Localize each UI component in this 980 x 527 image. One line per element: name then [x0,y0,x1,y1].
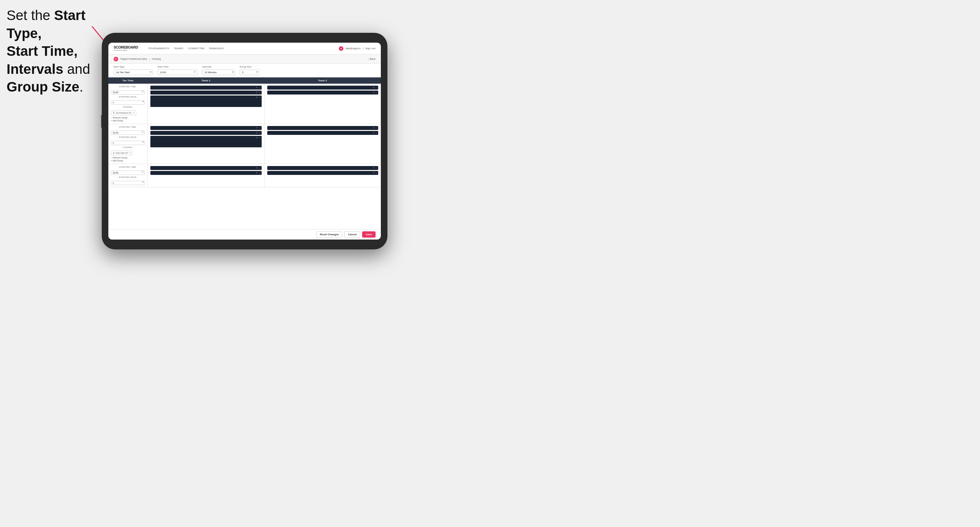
course-tag-wrap-1: 🏌 (A) Peachtree GC ✕ [111,109,145,115]
expand-player-4-2[interactable]: ○ [375,132,377,134]
close-player-1-1[interactable]: ✕ [256,86,258,89]
team1-panel-2: ✕ ○ ✕ ○ ✕ ○ [148,124,265,164]
instruction-set: Set the [6,8,54,23]
close-search-2[interactable]: ✕ [256,137,258,139]
starting-hole-select-1[interactable]: 1 [111,100,145,105]
close-search-1[interactable]: ✕ [256,96,258,99]
course-icon-2: 🏌 [113,152,115,154]
expand-player-6-2[interactable]: ○ [375,172,377,174]
course-remove-x-1[interactable]: ✕ [133,111,135,114]
start-time-input[interactable] [158,70,198,75]
close-player-4-2[interactable]: ✕ [372,132,375,134]
expand-player-2-2[interactable]: ○ [375,92,377,94]
back-button[interactable]: ‹ Back [368,57,375,60]
expand-search-1[interactable]: ○ [259,96,260,99]
group-size-label: Group Size [240,66,259,68]
start-type-select-wrapper: 1st Tee Start [114,68,153,75]
close-player-2-1[interactable]: ✕ [372,86,375,89]
starting-time-input-1[interactable] [111,90,145,95]
intervals-group: Intervals 10 Minutes [202,66,235,75]
expand-player-1-2[interactable]: ○ [259,92,260,94]
player-row-3-1: ✕ ○ [150,126,262,130]
save-button[interactable]: Save [362,231,375,238]
nav-bar: SCOREBOARD Powered by clippd TOURNAMENTS… [108,43,381,54]
add-group-link-1[interactable]: + Add Group [111,119,145,122]
expand-player-6-1[interactable]: ○ [375,167,377,169]
close-player-2-2[interactable]: ✕ [372,91,375,94]
back-chevron: ‹ [368,57,369,60]
close-player-4-1[interactable]: ✕ [372,127,375,129]
expand-player-2-1[interactable]: ○ [375,87,377,89]
team2-panel-1: ✕ ○ ✕ ○ [265,84,381,124]
close-player-6-2[interactable]: ✕ [372,171,375,174]
intervals-select[interactable]: 10 Minutes [202,70,235,75]
course-name-1: (A) Peachtree GC [116,112,132,114]
starting-hole-select-2[interactable]: 1 [111,141,145,145]
intervals-select-wrapper: 10 Minutes [202,68,235,75]
remove-group-link-2[interactable]: ○ Remove Group [111,157,145,159]
tee-table: Tee Time Team 1 Team 2 [108,78,381,84]
close-player-3-1[interactable]: ✕ [256,127,258,129]
start-type-select[interactable]: 1st Tee Start [114,70,153,75]
breadcrumb-section: Hosting [152,57,161,60]
left-panel-1: STARTING TIME: ⏱ STARTING HOLE: 1 COURSE… [108,84,148,124]
instruction-and: and [64,61,90,77]
action-links-1: ○ Remove Group + Add Group [111,116,145,122]
expand-search-2[interactable]: ○ [259,137,260,139]
group-size-select[interactable]: 3 [240,70,259,75]
close-player-1-2[interactable]: ✕ [256,91,258,94]
reset-changes-button[interactable]: Reset Changes [316,231,342,238]
tablet-frame: SCOREBOARD Powered by clippd TOURNAMENTS… [102,33,387,249]
nav-committee[interactable]: COMMITTEE [188,46,205,51]
back-label: Back [370,57,375,60]
instruction-bold4: Group Size [6,79,80,95]
expand-player-4-1[interactable]: ○ [375,127,377,129]
close-player-5-2[interactable]: ✕ [256,171,258,174]
breadcrumb-org[interactable]: Clippd Invitational (Me) [120,57,147,60]
team1-panel-1: ✕ ○ ✕ ○ ✕ ○ [148,84,265,124]
instruction-bold3: Intervals [6,61,64,77]
course-remove-x-2[interactable]: ✕ [129,152,131,154]
start-type-label: Start Type [114,66,153,68]
player-row-6-1: ✕ ○ [267,166,379,170]
col-tee-time: Tee Time [108,78,148,84]
starting-time-label-2: STARTING TIME: [111,126,145,128]
breadcrumb: C Clippd Invitational (Me) › Hosting [114,57,161,61]
remove-group-link-1[interactable]: ○ Remove Group [111,116,145,119]
table-header-row: Tee Time Team 1 Team 2 [108,78,381,84]
starting-time-input-2[interactable] [111,130,145,135]
nav-teams[interactable]: TEAMS [174,46,183,51]
course-tag-wrap-2: 🏌 East Lake GC ✕ [111,149,145,156]
col-team2: Team 2 [264,78,381,84]
expand-player-1-1[interactable]: ○ [259,87,260,89]
group-size-group: Group Size 3 [240,66,259,75]
starting-time-input-3[interactable] [111,171,145,175]
player-row-4-2: ✕ ○ [267,131,379,135]
starting-hole-label-3: STARTING HOLE: [111,176,145,178]
starting-hole-select-3[interactable]: 1 [111,181,145,185]
add-group-link-2[interactable]: + Add Group [111,159,145,162]
close-player-3-2[interactable]: ✕ [256,132,258,134]
user-avatar: B [339,46,344,51]
nav-links: TOURNAMENTS TEAMS COMMITTEE RANKINGS [148,46,224,51]
course-label-1: COURSE: [111,106,145,108]
cancel-button[interactable]: Cancel [344,231,360,238]
starting-hole-label-1: STARTING HOLE: [111,96,145,98]
nav-rankings[interactable]: RANKINGS [209,46,224,51]
expand-player-5-2[interactable]: ○ [259,172,260,174]
action-links-2: ○ Remove Group + Add Group [111,157,145,162]
course-icon-1: 🏌 [113,111,115,114]
start-time-input-wrap: ⏱ [158,68,198,75]
clock-icon: ⏱ [193,71,196,73]
app-logo: SCOREBOARD Powered by clippd [114,45,138,51]
expand-player-3-2[interactable]: ○ [259,132,260,134]
player-row-4-1: ✕ ○ [267,126,379,130]
nav-tournaments[interactable]: TOURNAMENTS [148,46,169,51]
close-player-6-1[interactable]: ✕ [372,167,375,169]
close-player-5-1[interactable]: ✕ [256,167,258,169]
instruction-text: Set the Start Type, Start Time, Interval… [6,6,111,96]
starting-hole-wrap-2: 1 [111,139,145,145]
sign-out-link[interactable]: Sign out [365,46,375,51]
expand-player-5-1[interactable]: ○ [259,167,260,169]
expand-player-3-1[interactable]: ○ [259,127,260,129]
